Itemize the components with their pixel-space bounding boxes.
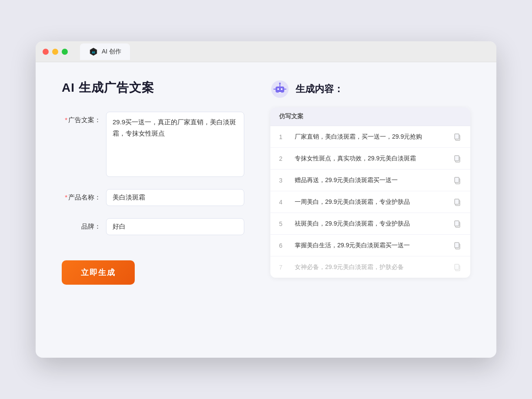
required-star-2: * [65,193,67,201]
generate-button[interactable]: 立即生成 [62,260,135,285]
svg-rect-11 [455,134,459,139]
table-row: 6 掌握美白生活，29.9元美白淡斑霜买一送一 [270,235,470,256]
form-group-product-name: *产品名称： [62,189,244,206]
copy-icon[interactable] [453,176,462,185]
copy-icon[interactable] [453,133,462,141]
table-row: 1 厂家直销，美白淡斑霜，买一送一，29.9元抢购 [270,126,470,148]
ai-tab-icon: AI [89,47,98,57]
row-content: 专抹女性斑点，真实功效，29.9元美白淡斑霜 [295,154,446,163]
row-content: 掌握美白生活，29.9元美白淡斑霜买一送一 [295,241,446,250]
table-row: 7 女神必备，29.9元美白淡斑霜，护肤必备 [270,256,470,278]
svg-rect-2 [276,86,284,93]
copy-icon[interactable] [453,263,462,272]
result-rows-container: 1 厂家直销，美白淡斑霜，买一送一，29.9元抢购 2 专抹女性斑点，真实功效，… [270,126,470,278]
brand-label: 品牌： [62,218,101,231]
page-title: AI 生成广告文案 [62,80,244,96]
traffic-lights [43,49,68,55]
row-number: 5 [279,220,288,227]
result-table: 仿写文案 1 厂家直销，美白淡斑霜，买一送一，29.9元抢购 2 专抹女性斑点，… [270,107,470,278]
svg-rect-5 [279,92,281,93]
svg-rect-19 [455,221,459,226]
svg-rect-17 [455,199,459,204]
row-number: 4 [279,199,288,206]
row-content: 女神必备，29.9元美白淡斑霜，护肤必备 [295,263,446,272]
row-number: 3 [279,177,288,184]
row-content: 赠品再送，29.9元美白淡斑霜买一送一 [295,176,446,185]
table-row: 3 赠品再送，29.9元美白淡斑霜买一送一 [270,170,470,191]
tab-ai-creation[interactable]: AI AI 创作 [80,43,130,60]
copy-icon[interactable] [453,198,462,206]
form-group-ad-copy: *广告文案： [62,112,244,177]
robot-icon [270,80,289,99]
table-row: 5 祛斑美白，29.9元美白淡斑霜，专业护肤品 [270,213,470,235]
ad-copy-textarea[interactable] [106,112,244,177]
svg-rect-23 [455,264,459,269]
tab-label: AI 创作 [102,48,121,56]
minimize-button[interactable] [52,49,58,55]
row-number: 2 [279,155,288,162]
svg-rect-13 [455,156,459,161]
svg-rect-4 [281,88,283,90]
row-number: 7 [279,264,288,271]
row-number: 1 [279,133,288,140]
copy-icon[interactable] [453,241,462,250]
brand-input[interactable] [106,218,244,235]
left-panel: AI 生成广告文案 *广告文案： *产品名称： 品牌： 立即生成 [62,80,244,340]
maximize-button[interactable] [62,49,68,55]
svg-point-7 [279,83,281,84]
table-header: 仿写文案 [270,107,470,126]
row-content: 厂家直销，美白淡斑霜，买一送一，29.9元抢购 [295,132,446,141]
browser-window: AI AI 创作 AI 生成广告文案 *广告文案： *产品名称： [36,41,496,358]
copy-icon[interactable] [453,219,462,228]
row-content: 一周美白，29.9元美白淡斑霜，专业护肤品 [295,197,446,206]
svg-rect-3 [277,88,279,90]
row-number: 6 [279,242,288,249]
svg-rect-15 [455,177,459,183]
svg-text:AI: AI [92,50,95,54]
product-name-label: *产品名称： [62,189,101,202]
right-header: 生成内容： [270,80,470,99]
table-row: 2 专抹女性斑点，真实功效，29.9元美白淡斑霜 [270,148,470,170]
ad-copy-label: *广告文案： [62,112,101,124]
right-panel-title: 生成内容： [296,83,343,96]
required-star-1: * [65,116,67,123]
product-name-input[interactable] [106,189,244,206]
copy-icon[interactable] [453,154,462,163]
form-group-brand: 品牌： [62,218,244,235]
right-panel: 生成内容： 仿写文案 1 厂家直销，美白淡斑霜，买一送一，29.9元抢购 2 专… [270,80,470,340]
browser-content: AI 生成广告文案 *广告文案： *产品名称： 品牌： 立即生成 [36,62,496,358]
svg-rect-21 [455,243,459,248]
titlebar: AI AI 创作 [36,41,496,62]
row-content: 祛斑美白，29.9元美白淡斑霜，专业护肤品 [295,219,446,228]
table-row: 4 一周美白，29.9元美白淡斑霜，专业护肤品 [270,191,470,213]
close-button[interactable] [43,49,49,55]
